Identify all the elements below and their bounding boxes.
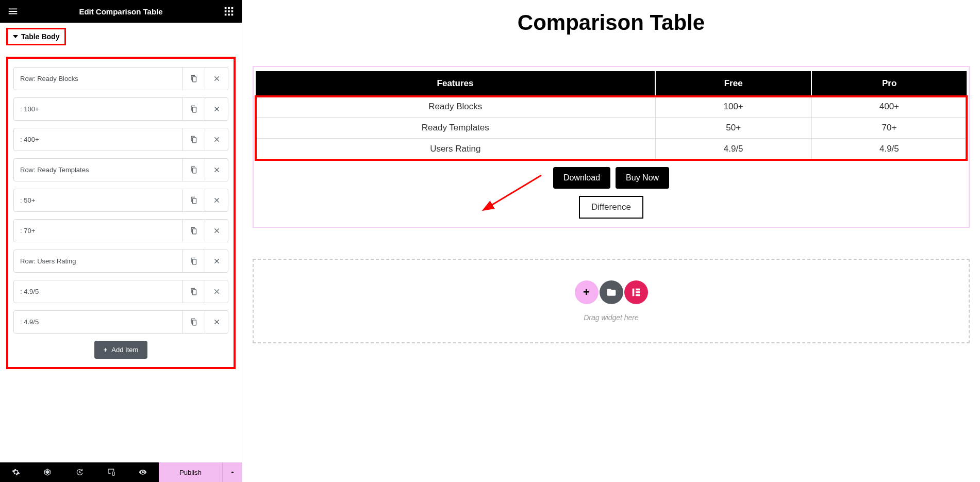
table-cell: 4.9/5 <box>811 139 967 160</box>
elementskit-icon[interactable] <box>624 280 648 304</box>
copy-icon[interactable] <box>182 220 205 242</box>
panel-header: Edit Comparison Table <box>0 0 242 23</box>
table-cell: Users Rating <box>256 139 655 160</box>
table-header-cell: Pro <box>811 71 967 96</box>
plus-icon: + <box>104 346 108 354</box>
table-row: Ready Blocks100+400+ <box>256 96 967 118</box>
copy-icon[interactable] <box>182 280 205 303</box>
action-buttons: Download Buy Now <box>256 167 967 189</box>
page-title: Comparison Table <box>253 10 970 35</box>
difference-button[interactable]: Difference <box>579 196 643 219</box>
repeater-item-label[interactable]: : 4.9/5 <box>14 311 182 333</box>
svg-rect-1 <box>228 7 230 9</box>
panel-title: Edit Comparison Table <box>19 7 223 16</box>
publish-options[interactable] <box>222 462 242 482</box>
repeater-item[interactable]: : 4.9/5 <box>13 310 228 334</box>
table-header-row: FeaturesFreePro <box>256 71 967 96</box>
buy-now-button[interactable]: Buy Now <box>616 167 669 189</box>
copy-icon[interactable] <box>182 159 205 181</box>
repeater-item[interactable]: : 100+ <box>13 97 228 121</box>
close-icon[interactable] <box>205 280 228 303</box>
repeater-item[interactable]: Row: Users Rating <box>13 250 228 273</box>
comparison-table: FeaturesFreePro Ready Blocks100+400+Read… <box>256 71 967 160</box>
table-body: Ready Blocks100+400+Ready Templates50+70… <box>256 96 967 160</box>
close-icon[interactable] <box>205 98 228 120</box>
repeater-item-label[interactable]: Row: Ready Templates <box>14 159 182 181</box>
svg-rect-5 <box>231 10 234 12</box>
panel-footer: Publish <box>0 462 242 482</box>
svg-rect-6 <box>225 14 227 16</box>
navigator-icon[interactable] <box>32 462 64 482</box>
close-icon[interactable] <box>205 189 228 211</box>
caret-down-icon <box>13 35 18 38</box>
menu-icon[interactable] <box>7 6 19 17</box>
table-cell: Ready Blocks <box>256 96 655 118</box>
svg-rect-0 <box>225 7 227 9</box>
svg-rect-3 <box>225 10 227 12</box>
download-button[interactable]: Download <box>553 167 610 189</box>
svg-rect-2 <box>231 7 234 9</box>
repeater-item-label[interactable]: Row: Ready Blocks <box>14 68 182 90</box>
drop-zone-icons: + <box>264 280 958 304</box>
table-cell: 50+ <box>655 118 811 139</box>
svg-rect-4 <box>228 10 230 12</box>
section-tab-table-body[interactable]: Table Body <box>6 28 66 45</box>
close-icon[interactable] <box>205 68 228 90</box>
close-icon[interactable] <box>205 220 228 242</box>
repeater-item-label[interactable]: : 100+ <box>14 98 182 120</box>
apps-grid-icon[interactable] <box>223 6 235 17</box>
close-icon[interactable] <box>205 250 228 272</box>
svg-rect-9 <box>632 289 634 296</box>
add-section-icon[interactable]: + <box>575 280 599 304</box>
copy-icon[interactable] <box>182 68 205 90</box>
panel-body: Row: Ready Blocks: 100+: 400+Row: Ready … <box>0 47 242 462</box>
repeater-item[interactable]: : 70+ <box>13 219 228 242</box>
preview-icon[interactable] <box>127 462 159 482</box>
repeater-item[interactable]: : 50+ <box>13 189 228 212</box>
svg-rect-7 <box>228 14 230 16</box>
repeater-item-label[interactable]: Row: Users Rating <box>14 250 182 272</box>
close-icon[interactable] <box>205 311 228 333</box>
table-cell: 4.9/5 <box>655 139 811 160</box>
svg-rect-10 <box>636 289 640 291</box>
repeater-item[interactable]: Row: Ready Blocks <box>13 67 228 90</box>
history-icon[interactable] <box>63 462 95 482</box>
drop-zone[interactable]: + Drag widget here <box>253 259 970 343</box>
repeater-item-label[interactable]: : 4.9/5 <box>14 280 182 303</box>
close-icon[interactable] <box>205 128 228 151</box>
copy-icon[interactable] <box>182 189 205 211</box>
table-cell: 70+ <box>811 118 967 139</box>
footer-icons <box>0 462 159 482</box>
copy-icon[interactable] <box>182 311 205 333</box>
table-header-cell: Free <box>655 71 811 96</box>
repeater-item[interactable]: : 4.9/5 <box>13 280 228 303</box>
section-tab-row: Table Body <box>0 23 242 47</box>
table-widget[interactable]: FeaturesFreePro Ready Blocks100+400+Read… <box>253 66 970 228</box>
difference-row: Difference <box>256 196 967 219</box>
table-header-cell: Features <box>256 71 655 96</box>
table-cell: Ready Templates <box>256 118 655 139</box>
copy-icon[interactable] <box>182 98 205 120</box>
responsive-icon[interactable] <box>95 462 127 482</box>
copy-icon[interactable] <box>182 250 205 272</box>
close-icon[interactable] <box>205 159 228 181</box>
table-row: Users Rating4.9/54.9/5 <box>256 139 967 160</box>
repeater-item-label[interactable]: : 70+ <box>14 220 182 242</box>
table-cell: 400+ <box>811 96 967 118</box>
settings-icon[interactable] <box>0 462 32 482</box>
template-icon[interactable] <box>600 280 623 304</box>
copy-icon[interactable] <box>182 128 205 151</box>
svg-rect-12 <box>636 294 640 296</box>
repeater-item[interactable]: Row: Ready Templates <box>13 158 228 181</box>
repeater-item-label[interactable]: : 400+ <box>14 128 182 151</box>
table-cell: 100+ <box>655 96 811 118</box>
svg-rect-11 <box>636 291 640 293</box>
svg-rect-8 <box>231 14 234 16</box>
repeater-item[interactable]: : 400+ <box>13 128 228 151</box>
preview-canvas: Comparison Table FeaturesFreePro Ready B… <box>242 0 980 482</box>
add-item-button[interactable]: + Add Item <box>94 341 148 359</box>
publish-button[interactable]: Publish <box>159 462 222 482</box>
editor-panel: Edit Comparison Table Table Body Row: Re… <box>0 0 242 482</box>
repeater-item-label[interactable]: : 50+ <box>14 189 182 211</box>
repeater-list: Row: Ready Blocks: 100+: 400+Row: Ready … <box>13 67 228 334</box>
